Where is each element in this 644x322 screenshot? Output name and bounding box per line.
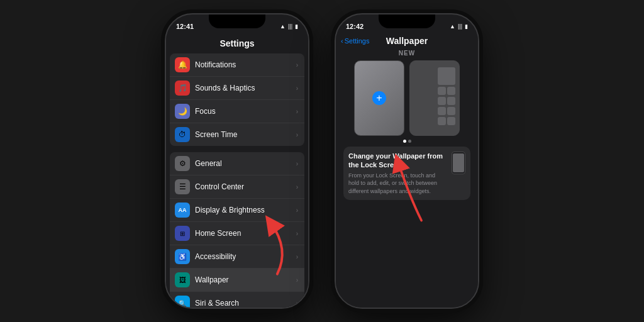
chevron-icon: › <box>296 300 298 307</box>
back-label: Settings <box>345 37 370 45</box>
wallpaper-description: Change your Wallpaper from the Lock Scre… <box>343 147 470 200</box>
dot-inactive <box>408 140 411 143</box>
wallpaper-previews: + <box>343 60 470 136</box>
home-screen-label: Home Screen <box>195 229 296 238</box>
wallpaper-label: Wallpaper <box>195 275 296 284</box>
status-icons: ▲ ||| ▮ <box>280 23 298 30</box>
lock-screen-preview[interactable]: + <box>354 60 404 136</box>
settings-item-focus[interactable]: 🌙 Focus › <box>170 100 304 123</box>
widget-block <box>447 107 455 115</box>
phone-settings: 12:41 ▲ ||| ▮ Settings 🔔 Notifications ›… <box>165 13 309 309</box>
screen-time-icon: ⏱ <box>175 127 190 142</box>
settings-item-sounds[interactable]: 🎵 Sounds & Haptics › <box>170 77 304 100</box>
focus-icon: 🌙 <box>175 104 190 119</box>
wifi-icon: ▲ <box>280 23 286 30</box>
chevron-icon: › <box>296 62 298 69</box>
chevron-icon: › <box>296 85 298 92</box>
chevron-icon: › <box>296 207 298 214</box>
display-icon: AA <box>175 203 190 218</box>
widget-block <box>438 97 446 105</box>
settings-item-wallpaper[interactable]: 🖼 Wallpaper › <box>170 269 304 292</box>
control-center-icon: ☰ <box>175 179 190 194</box>
back-chevron-icon: ‹ <box>341 37 343 45</box>
settings-item-control-center[interactable]: ☰ Control Center › <box>170 175 304 199</box>
settings-item-general[interactable]: ⚙ General › <box>170 152 304 175</box>
notifications-label: Notifications <box>195 60 296 69</box>
status-icons: ▲ ||| ▮ <box>450 23 468 30</box>
settings-item-siri[interactable]: 🔍 Siri & Search › <box>170 292 304 308</box>
widget-row-1 <box>438 67 455 85</box>
settings-item-screen-time[interactable]: ⏱ Screen Time › <box>170 123 304 146</box>
notifications-icon: 🔔 <box>175 57 190 72</box>
display-label: Display & Brightness <box>195 206 296 214</box>
settings-item-display[interactable]: AA Display & Brightness › <box>170 199 304 222</box>
settings-title: Settings <box>170 35 304 53</box>
widget-block <box>447 87 455 95</box>
battery-icon: ▮ <box>465 23 468 30</box>
general-label: General <box>195 159 296 168</box>
desc-body: From your Lock Screen, touch and hold to… <box>348 172 447 196</box>
widget-block <box>438 67 455 85</box>
dot-active <box>403 140 406 143</box>
widget-block <box>447 117 455 125</box>
widget-row-2 <box>438 87 455 95</box>
screen-time-label: Screen Time <box>195 130 296 139</box>
widget-block <box>438 87 446 95</box>
settings-item-home-screen[interactable]: ⊞ Home Screen › <box>170 222 304 245</box>
new-label: NEW <box>343 50 470 57</box>
chevron-icon: › <box>296 131 298 138</box>
wallpaper-icon: 🖼 <box>175 272 190 287</box>
description-text: Change your Wallpaper from the Lock Scre… <box>348 152 447 195</box>
chevron-icon: › <box>296 184 298 191</box>
status-time: 12:41 <box>176 23 194 30</box>
desc-title: Change your Wallpaper from the Lock Scre… <box>348 152 447 170</box>
wallpaper-content: NEW + <box>336 47 478 203</box>
status-time: 12:42 <box>346 23 364 30</box>
page-indicator <box>343 140 470 143</box>
settings-section-1: 🔔 Notifications › 🎵 Sounds & Haptics › 🌙… <box>170 53 304 146</box>
widget-row-4 <box>438 107 455 115</box>
sounds-icon: 🎵 <box>175 80 190 96</box>
siri-icon: 🔍 <box>175 296 190 308</box>
notch <box>209 14 265 28</box>
wallpaper-nav: ‹ Settings Wallpaper <box>336 35 478 47</box>
widget-block <box>447 97 455 105</box>
signal-icon: ||| <box>288 23 292 30</box>
chevron-icon: › <box>296 253 298 260</box>
control-center-label: Control Center <box>195 182 296 191</box>
settings-section-2: ⚙ General › ☰ Control Center › AA Displa… <box>170 152 304 308</box>
add-wallpaper-button[interactable]: + <box>372 91 386 105</box>
power-button[interactable] <box>308 71 309 96</box>
signal-icon: ||| <box>458 23 462 30</box>
notch <box>379 14 435 28</box>
settings-screen: Settings 🔔 Notifications › 🎵 Sounds & Ha… <box>166 35 308 308</box>
wallpaper-page-title: Wallpaper <box>386 36 428 46</box>
back-button[interactable]: ‹ Settings <box>341 37 369 45</box>
chevron-icon: › <box>296 277 298 284</box>
chevron-icon: › <box>296 230 298 237</box>
widget-block <box>438 117 446 125</box>
battery-icon: ▮ <box>295 23 298 30</box>
sounds-label: Sounds & Haptics <box>195 84 296 92</box>
home-screen-preview[interactable] <box>409 60 460 136</box>
phone-mini-screen <box>453 153 464 172</box>
settings-item-accessibility[interactable]: ♿ Accessibility › <box>170 245 304 269</box>
power-button[interactable] <box>478 71 479 96</box>
wifi-icon: ▲ <box>450 23 455 30</box>
wallpaper-screen: ‹ Settings Wallpaper NEW + <box>336 35 478 308</box>
chevron-icon: › <box>296 160 298 167</box>
widget-row-3 <box>438 97 455 105</box>
focus-label: Focus <box>195 107 296 116</box>
phone-wallpaper: 12:42 ▲ ||| ▮ ‹ Settings Wallpaper NEW + <box>335 13 479 309</box>
accessibility-label: Accessibility <box>195 252 296 261</box>
settings-item-notifications[interactable]: 🔔 Notifications › <box>170 53 304 77</box>
general-icon: ⚙ <box>175 156 190 171</box>
widget-row-5 <box>438 117 455 125</box>
siri-label: Siri & Search <box>195 299 296 308</box>
phone-mini-illustration <box>452 152 465 174</box>
widget-block <box>438 107 446 115</box>
chevron-icon: › <box>296 108 298 115</box>
accessibility-icon: ♿ <box>175 249 190 264</box>
home-screen-icon: ⊞ <box>175 226 190 241</box>
